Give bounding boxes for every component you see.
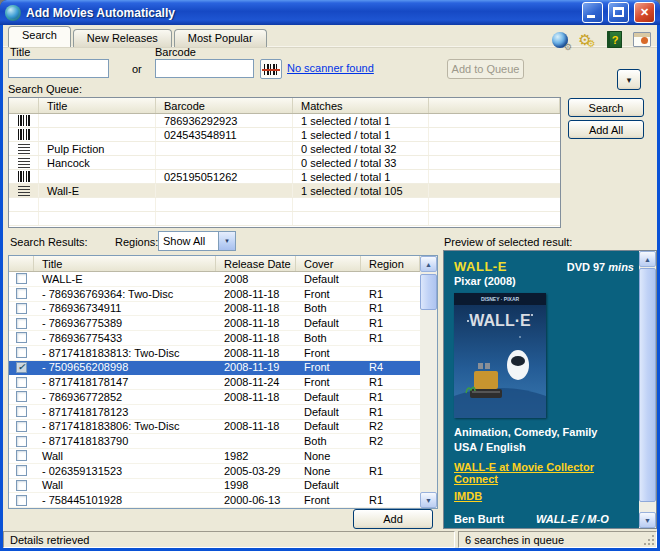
add-all-button[interactable]: Add All bbox=[568, 120, 644, 139]
result-date-cell bbox=[216, 434, 296, 448]
result-row[interactable]: - 786936769364: Two-Disc 2008-11-18 Fron… bbox=[9, 287, 420, 302]
add-to-queue-button[interactable]: Add to Queue bbox=[447, 59, 524, 79]
results-scrollbar[interactable]: ▲ ▼ bbox=[420, 256, 437, 508]
window-title: Add Movies Automatically bbox=[26, 6, 577, 20]
search-button[interactable]: Search bbox=[568, 98, 644, 117]
result-row[interactable]: - 026359131523 2005-03-29 None R1 bbox=[9, 464, 420, 479]
dropdown-arrow-icon[interactable]: ▾ bbox=[218, 232, 235, 250]
regions-dropdown[interactable]: Show All ▾ bbox=[158, 231, 236, 251]
result-date-cell: 2008-11-18 bbox=[216, 346, 296, 360]
result-row[interactable]: - 8717418178147 2008-11-24 Front R1 bbox=[9, 375, 420, 390]
results-header-region[interactable]: Region bbox=[361, 256, 420, 271]
results-header-cover[interactable]: Cover bbox=[296, 256, 361, 271]
result-checkbox[interactable] bbox=[16, 436, 27, 447]
queue-row[interactable]: Hancock 0 selected / total 33 bbox=[9, 156, 560, 170]
result-checkbox[interactable] bbox=[16, 406, 27, 417]
result-checkbox[interactable] bbox=[16, 362, 27, 373]
scanner-status-link[interactable]: No scanner found bbox=[287, 62, 374, 74]
result-date-cell: 2008-11-18 bbox=[216, 302, 296, 316]
queue-row[interactable]: Pulp Fiction 0 selected / total 32 bbox=[9, 142, 560, 156]
cast-row: Ben Burtt WALL-E / M-O bbox=[454, 513, 634, 526]
add-button[interactable]: Add bbox=[353, 509, 433, 529]
connect-link[interactable]: WALL-E at Movie Collector Connect bbox=[454, 461, 634, 485]
preview-scroll-up-icon[interactable]: ▲ bbox=[639, 251, 656, 267]
queue-header-matches[interactable]: Matches bbox=[293, 98, 429, 113]
result-region-cell: R1 bbox=[361, 331, 420, 345]
result-row[interactable]: - 786936775433 2008-11-18 Both R1 bbox=[9, 331, 420, 346]
result-row[interactable]: - 8717418178123 Default R1 bbox=[9, 405, 420, 420]
preview-scroll-down-icon[interactable]: ▼ bbox=[639, 512, 656, 528]
result-row[interactable]: Wall 1982 None bbox=[9, 449, 420, 464]
regions-selected-value: Show All bbox=[159, 235, 218, 247]
internet-settings-icon[interactable]: ⚙ bbox=[549, 29, 571, 50]
result-cover-cell: Front bbox=[296, 375, 361, 389]
queue-row[interactable]: 024543548911 1 selected / total 1 bbox=[9, 128, 560, 142]
queue-row[interactable] bbox=[9, 198, 560, 212]
title-input[interactable] bbox=[8, 59, 109, 78]
results-header-title[interactable]: Title bbox=[34, 256, 216, 271]
result-title-cell: - 8717418183806: Two-Disc bbox=[34, 420, 216, 434]
queue-extra-cell bbox=[429, 128, 560, 141]
result-row[interactable]: - 758445101928 2000-06-13 Front R1 bbox=[9, 493, 420, 508]
preview-media-runtime: DVD 97 mins bbox=[567, 261, 634, 273]
result-checkbox[interactable] bbox=[16, 421, 27, 432]
result-checkbox[interactable] bbox=[16, 480, 27, 491]
result-row[interactable]: - 786936772852 2008-11-18 Default R1 bbox=[9, 390, 420, 405]
queue-row[interactable] bbox=[9, 212, 560, 226]
preview-scrollbar[interactable]: ▲ ▼ bbox=[639, 251, 656, 528]
result-date-cell: 2008-11-24 bbox=[216, 375, 296, 389]
program-window-icon[interactable] bbox=[631, 29, 653, 50]
queue-header-title[interactable]: Title bbox=[39, 98, 156, 113]
result-checkbox[interactable] bbox=[16, 332, 27, 343]
tab[interactable]: New Releases bbox=[73, 29, 172, 47]
result-checkbox[interactable] bbox=[16, 318, 27, 329]
barcode-input[interactable] bbox=[155, 59, 254, 78]
imdb-link[interactable]: IMDB bbox=[454, 490, 482, 502]
result-checkbox[interactable] bbox=[16, 391, 27, 402]
result-title-cell: Wall bbox=[34, 449, 216, 463]
results-scroll-thumb[interactable] bbox=[420, 274, 437, 310]
result-row[interactable]: - 8717418183813: Two-Disc 2008-11-18 Fro… bbox=[9, 346, 420, 361]
result-row[interactable]: WALL-E 2008 Default bbox=[9, 272, 420, 287]
result-row[interactable]: - 7509656208998 2008-11-19 Front R4 bbox=[9, 361, 420, 376]
result-checkbox[interactable] bbox=[16, 495, 27, 506]
maximize-button[interactable] bbox=[608, 2, 629, 23]
scroll-down-icon[interactable]: ▼ bbox=[420, 492, 437, 508]
search-queue-table: Title Barcode Matches 786936292923 1 sel… bbox=[8, 97, 561, 228]
preview-content: WALL-E DVD 97 mins Pixar (2008) bbox=[454, 259, 634, 526]
result-row[interactable]: - 786936775389 2008-11-18 Default R1 bbox=[9, 316, 420, 331]
expand-panel-button[interactable]: ▾ bbox=[617, 69, 641, 90]
queue-row[interactable]: 025195051262 1 selected / total 1 bbox=[9, 170, 560, 184]
options-gears-icon[interactable]: ⚙⚙ bbox=[576, 29, 598, 50]
help-book-icon[interactable]: ? bbox=[603, 29, 625, 50]
tab[interactable]: Most Popular bbox=[174, 29, 267, 47]
barcode-scanner-button[interactable] bbox=[260, 59, 282, 79]
result-checkbox-cell bbox=[9, 434, 34, 448]
close-button[interactable]: ✕ bbox=[634, 2, 655, 23]
status-right-text: 6 searches in queue bbox=[465, 534, 564, 546]
queue-header-barcode[interactable]: Barcode bbox=[156, 98, 293, 113]
resize-grip[interactable] bbox=[652, 543, 654, 545]
result-checkbox[interactable] bbox=[16, 347, 27, 358]
result-row[interactable]: - 786936734911 2008-11-18 Both R1 bbox=[9, 302, 420, 317]
minimize-button[interactable] bbox=[582, 2, 603, 23]
result-checkbox[interactable] bbox=[16, 465, 27, 476]
result-row[interactable]: - 8717418183790 Both R2 bbox=[9, 434, 420, 449]
result-row[interactable]: - 8717418183806: Two-Disc 2008-11-18 Def… bbox=[9, 420, 420, 435]
scroll-up-icon[interactable]: ▲ bbox=[420, 256, 437, 272]
preview-genres: Animation, Comedy, Family bbox=[454, 426, 634, 438]
preview-scroll-thumb[interactable] bbox=[639, 268, 656, 502]
result-checkbox[interactable] bbox=[16, 377, 27, 388]
result-checkbox[interactable] bbox=[16, 288, 27, 299]
result-checkbox[interactable] bbox=[16, 273, 27, 284]
title-bar[interactable]: Add Movies Automatically ✕ bbox=[0, 0, 660, 25]
result-checkbox[interactable] bbox=[16, 450, 27, 461]
result-row[interactable]: Wall 1998 Default bbox=[9, 479, 420, 494]
result-cover-cell: Front bbox=[296, 287, 361, 301]
result-checkbox[interactable] bbox=[16, 303, 27, 314]
results-header-date[interactable]: Release Date bbox=[216, 256, 296, 271]
tab[interactable]: Search bbox=[8, 26, 71, 47]
queue-row[interactable]: Wall-E 1 selected / total 105 bbox=[9, 184, 560, 198]
queue-row[interactable]: 786936292923 1 selected / total 1 bbox=[9, 114, 560, 128]
result-cover-cell: Default bbox=[296, 420, 361, 434]
